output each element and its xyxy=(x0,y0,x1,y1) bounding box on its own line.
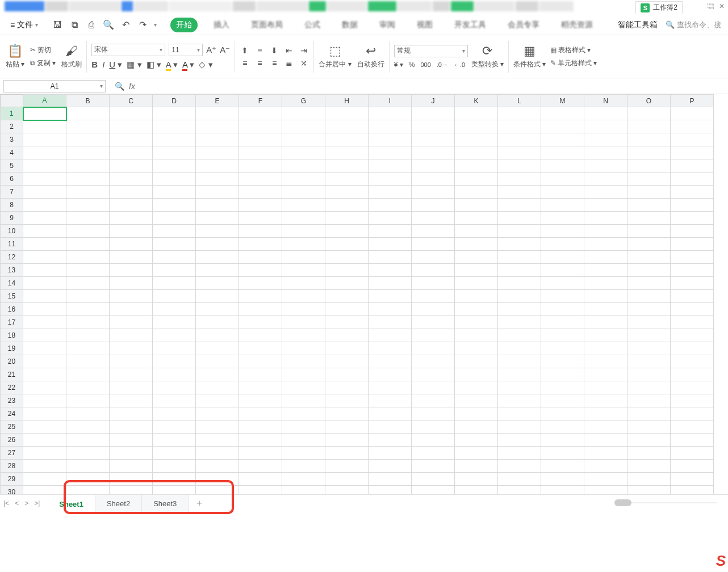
save-icon[interactable]: 🖫 xyxy=(52,19,63,31)
cell[interactable] xyxy=(627,407,671,420)
cell[interactable] xyxy=(23,225,66,238)
cell[interactable] xyxy=(23,264,66,277)
cell[interactable] xyxy=(153,173,196,186)
justify-icon[interactable]: ≣ xyxy=(284,58,294,68)
cell[interactable] xyxy=(671,420,714,434)
cell[interactable] xyxy=(627,355,671,368)
cell[interactable] xyxy=(153,212,196,225)
cell[interactable] xyxy=(369,133,412,146)
cell[interactable] xyxy=(110,460,153,473)
cell[interactable] xyxy=(541,146,584,159)
cell[interactable] xyxy=(671,394,714,407)
cell[interactable] xyxy=(325,238,369,251)
cell[interactable] xyxy=(369,329,412,342)
cell[interactable] xyxy=(66,107,110,120)
cell[interactable] xyxy=(498,447,541,460)
cell[interactable] xyxy=(455,251,498,264)
cell[interactable] xyxy=(110,303,153,316)
cell[interactable] xyxy=(671,238,714,251)
cell[interactable] xyxy=(498,434,541,447)
cell[interactable] xyxy=(153,303,196,316)
cell[interactable] xyxy=(239,133,282,146)
cell[interactable] xyxy=(196,146,239,159)
cell[interactable] xyxy=(23,355,66,368)
cell[interactable] xyxy=(325,225,369,238)
sheet-tab[interactable]: Sheet3 xyxy=(142,495,189,512)
cell[interactable] xyxy=(239,120,282,133)
cell[interactable] xyxy=(498,133,541,146)
row-header[interactable]: 14 xyxy=(1,277,23,290)
cell[interactable] xyxy=(455,277,498,290)
cell[interactable] xyxy=(369,316,412,329)
cell[interactable] xyxy=(455,238,498,251)
cell[interactable] xyxy=(239,146,282,159)
cell[interactable] xyxy=(671,407,714,420)
cell[interactable] xyxy=(23,290,66,303)
cell[interactable] xyxy=(110,407,153,420)
cell[interactable] xyxy=(282,146,325,159)
cell[interactable] xyxy=(110,316,153,329)
cell[interactable] xyxy=(455,146,498,159)
select-all-corner[interactable] xyxy=(1,95,23,107)
cell[interactable] xyxy=(196,460,239,473)
cell[interactable] xyxy=(110,486,153,495)
col-header[interactable]: G xyxy=(282,95,325,107)
cell[interactable] xyxy=(23,133,66,146)
cell[interactable] xyxy=(282,420,325,434)
align-center-icon[interactable]: ≡ xyxy=(254,58,265,68)
row-header[interactable]: 27 xyxy=(1,447,23,460)
cell[interactable] xyxy=(498,303,541,316)
cell[interactable] xyxy=(412,212,455,225)
tab-dev-tools[interactable]: 开发工具 xyxy=(449,18,492,32)
cell[interactable] xyxy=(584,146,627,159)
cell[interactable] xyxy=(239,303,282,316)
cell[interactable] xyxy=(627,159,671,173)
cell[interactable] xyxy=(412,447,455,460)
col-header[interactable]: H xyxy=(325,95,369,107)
cell[interactable] xyxy=(282,447,325,460)
cell[interactable] xyxy=(153,146,196,159)
cell[interactable] xyxy=(196,212,239,225)
cell[interactable] xyxy=(498,420,541,434)
cell[interactable] xyxy=(196,199,239,212)
cell[interactable] xyxy=(282,107,325,120)
cell[interactable] xyxy=(627,107,671,120)
cell[interactable] xyxy=(110,264,153,277)
cell[interactable] xyxy=(584,264,627,277)
cell[interactable] xyxy=(455,186,498,199)
cell[interactable] xyxy=(23,173,66,186)
tab-membership[interactable]: 会员专享 xyxy=(502,18,545,32)
cell[interactable] xyxy=(584,238,627,251)
cell[interactable] xyxy=(23,120,66,133)
cell[interactable] xyxy=(498,342,541,355)
cell[interactable] xyxy=(671,146,714,159)
underline-icon[interactable]: U ▾ xyxy=(109,60,122,70)
cell[interactable] xyxy=(541,355,584,368)
cell[interactable] xyxy=(584,133,627,146)
cell[interactable] xyxy=(110,290,153,303)
row-header[interactable]: 12 xyxy=(1,251,23,264)
cell[interactable] xyxy=(627,264,671,277)
cell[interactable] xyxy=(412,159,455,173)
cell[interactable] xyxy=(23,342,66,355)
cell[interactable] xyxy=(282,199,325,212)
cell[interactable] xyxy=(282,225,325,238)
cell[interactable] xyxy=(412,264,455,277)
cell[interactable] xyxy=(66,146,110,159)
sheet-tab[interactable]: Sheet2 xyxy=(95,495,142,512)
cell[interactable] xyxy=(282,342,325,355)
cell[interactable] xyxy=(584,277,627,290)
cell[interactable] xyxy=(239,316,282,329)
cell[interactable] xyxy=(671,434,714,447)
cell[interactable] xyxy=(671,355,714,368)
cell[interactable] xyxy=(412,146,455,159)
cell[interactable] xyxy=(282,381,325,394)
cell[interactable] xyxy=(239,199,282,212)
cell[interactable] xyxy=(627,238,671,251)
cell[interactable] xyxy=(671,173,714,186)
cell[interactable] xyxy=(110,355,153,368)
cell[interactable] xyxy=(153,264,196,277)
cell[interactable] xyxy=(239,473,282,486)
cell[interactable] xyxy=(325,355,369,368)
cell[interactable] xyxy=(369,342,412,355)
